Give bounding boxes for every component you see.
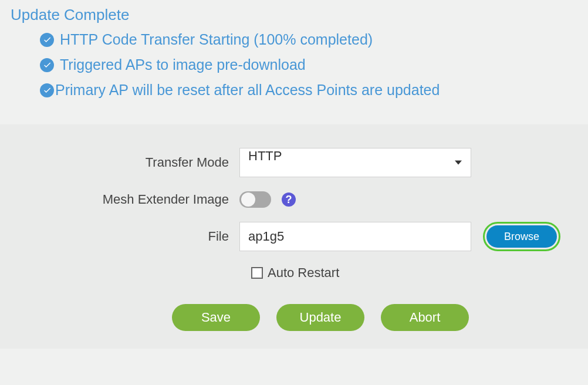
help-icon[interactable]: ?: [282, 192, 296, 207]
transfer-mode-label: Transfer Mode: [12, 155, 239, 170]
mesh-extender-label: Mesh Extender Image: [12, 192, 239, 207]
save-button[interactable]: Save: [172, 304, 260, 331]
transfer-mode-row: Transfer Mode HTTP: [12, 148, 576, 177]
file-row: File Browse: [12, 222, 576, 251]
file-label: File: [12, 229, 239, 244]
auto-restart-label: Auto Restart: [268, 265, 339, 281]
toggle-knob: [241, 192, 255, 207]
status-section: Update Complete HTTP Code Transfer Start…: [0, 0, 588, 124]
status-item: Triggered APs to image pre-download: [40, 56, 577, 73]
check-circle-icon: [40, 33, 54, 47]
auto-restart-checkbox[interactable]: [251, 267, 263, 279]
browse-highlight: Browse: [483, 222, 560, 251]
mesh-extender-row: Mesh Extender Image ?: [12, 191, 576, 208]
form-section: Transfer Mode HTTP Mesh Extender Image ?…: [0, 124, 588, 349]
mesh-extender-toggle[interactable]: [239, 191, 271, 208]
check-circle-icon: [40, 58, 54, 72]
check-circle-icon: [40, 83, 54, 97]
action-buttons: Save Update Abort: [12, 304, 576, 331]
status-title: Update Complete: [11, 6, 577, 24]
status-text: Primary AP will be reset after all Acces…: [55, 82, 440, 99]
transfer-mode-select-wrapper: HTTP: [239, 148, 471, 177]
browse-button[interactable]: Browse: [486, 225, 557, 248]
status-item: Primary AP will be reset after all Acces…: [40, 82, 577, 99]
status-text: Triggered APs to image pre-download: [60, 56, 306, 73]
file-input[interactable]: [239, 222, 471, 251]
abort-button[interactable]: Abort: [381, 304, 469, 331]
transfer-mode-select[interactable]: HTTP: [239, 148, 471, 177]
status-item: HTTP Code Transfer Starting (100% comple…: [40, 31, 577, 48]
update-button[interactable]: Update: [276, 304, 364, 331]
auto-restart-row: Auto Restart: [251, 265, 576, 281]
status-text: HTTP Code Transfer Starting (100% comple…: [60, 31, 373, 48]
